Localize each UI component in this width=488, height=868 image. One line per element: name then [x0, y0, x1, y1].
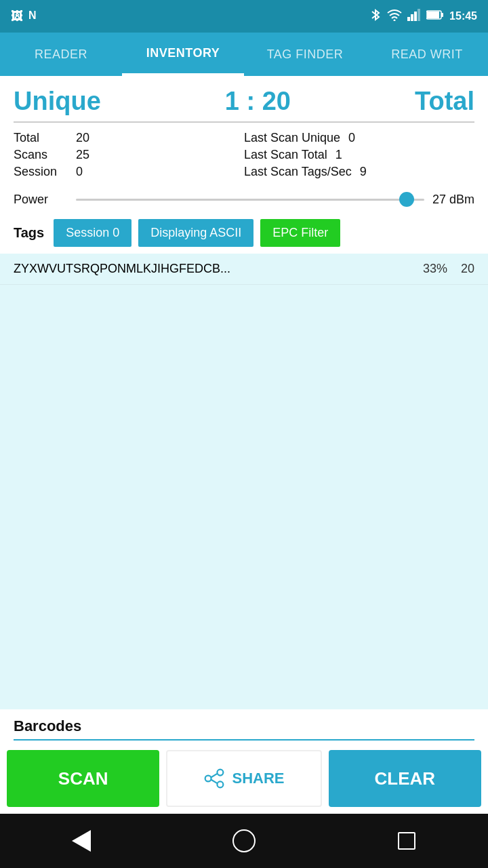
- tab-read-write[interactable]: READ WRIT: [366, 33, 488, 76]
- last-scan-tags-label: Last Scan Tags/Sec: [244, 165, 352, 179]
- back-button[interactable]: [61, 821, 102, 861]
- recents-icon: [398, 832, 415, 850]
- last-scan-unique-label: Last Scan Unique: [244, 131, 340, 145]
- svg-rect-7: [427, 12, 439, 18]
- barcodes-label: Barcodes: [14, 717, 474, 735]
- svg-line-12: [211, 774, 218, 777]
- session-stat-label: Session: [14, 165, 68, 179]
- svg-rect-4: [414, 12, 417, 21]
- svg-point-10: [205, 776, 211, 782]
- nav-bar: [0, 814, 488, 868]
- ratio-value: 1 : 20: [225, 87, 291, 116]
- svg-point-11: [218, 781, 224, 787]
- share-icon: [203, 768, 225, 789]
- tab-bar: READER INVENTORY TAG FINDER READ WRIT: [0, 33, 488, 76]
- stat-row-last-scan-unique: Last Scan Unique 0: [244, 131, 474, 145]
- time: 15:45: [449, 10, 477, 22]
- stats-header: Unique 1 : 20 Total: [0, 76, 488, 121]
- power-row: Power 27 dBm: [0, 187, 488, 212]
- barcodes-section: Barcodes: [0, 709, 488, 743]
- list-item: ZYXWVUTSRQPONMLKJIHGFEDCB... 33% 20: [0, 254, 488, 285]
- stat-row-total: Total 20: [14, 131, 244, 145]
- signal-icon: [407, 9, 421, 24]
- total-label: Total: [415, 87, 474, 116]
- power-slider-container[interactable]: [76, 193, 424, 206]
- power-value: 27 dBm: [432, 193, 474, 207]
- stat-row-scans: Scans 25: [14, 148, 244, 162]
- unique-label: Unique: [14, 87, 101, 116]
- status-bar-left: 🖼 N: [11, 8, 42, 25]
- scans-stat-label: Scans: [14, 148, 68, 162]
- status-bar: 🖼 N 15:45: [0, 0, 488, 33]
- svg-rect-8: [441, 13, 443, 17]
- home-icon: [232, 829, 256, 852]
- svg-point-1: [394, 20, 396, 22]
- status-bar-right: 15:45: [369, 7, 477, 25]
- total-stat-value: 20: [76, 131, 103, 145]
- last-scan-total-label: Last Scan Total: [244, 148, 327, 162]
- svg-text:N: N: [28, 9, 37, 21]
- n-icon: N: [28, 8, 42, 25]
- stat-row-last-scan-total: Last Scan Total 1: [244, 148, 474, 162]
- clear-button[interactable]: CLEAR: [329, 750, 481, 807]
- tab-tag-finder[interactable]: TAG FINDER: [244, 33, 366, 76]
- svg-rect-2: [407, 17, 410, 21]
- battery-icon: [426, 9, 444, 23]
- recents-button[interactable]: [386, 821, 427, 861]
- stats-table: Total 20 Last Scan Unique 0 Scans 25 Las…: [0, 123, 488, 187]
- tag-list: ZYXWVUTSRQPONMLKJIHGFEDCB... 33% 20: [0, 254, 488, 710]
- session-stat-value: 0: [76, 165, 103, 179]
- wifi-icon: [387, 9, 402, 24]
- tags-label: Tags: [14, 225, 44, 241]
- session-button[interactable]: Session 0: [54, 219, 131, 247]
- power-track: [76, 199, 424, 201]
- share-label: SHARE: [232, 770, 284, 787]
- tag-code: ZYXWVUTSRQPONMLKJIHGFEDCB...: [14, 262, 423, 276]
- last-scan-total-value: 1: [336, 148, 363, 162]
- stat-row-session: Session 0: [14, 165, 244, 179]
- power-label: Power: [14, 193, 68, 207]
- back-icon: [72, 830, 91, 852]
- image-icon: 🖼: [11, 9, 23, 24]
- home-button[interactable]: [224, 821, 264, 861]
- scan-button[interactable]: SCAN: [7, 750, 159, 807]
- tab-inventory[interactable]: INVENTORY: [122, 33, 244, 76]
- power-thumb: [399, 192, 414, 207]
- scans-stat-value: 25: [76, 148, 103, 162]
- svg-line-13: [211, 780, 218, 783]
- main-content: Unique 1 : 20 Total Total 20 Last Scan U…: [0, 76, 488, 814]
- tags-row: Tags Session 0 Displaying ASCII EPC Filt…: [0, 212, 488, 254]
- bottom-buttons: SCAN SHARE CLEAR: [0, 743, 488, 814]
- share-button[interactable]: SHARE: [166, 750, 321, 807]
- total-stat-label: Total: [14, 131, 68, 145]
- ascii-button[interactable]: Displaying ASCII: [138, 219, 253, 247]
- barcodes-divider: [14, 739, 474, 741]
- svg-rect-3: [411, 14, 413, 21]
- bluetooth-icon: [369, 7, 382, 25]
- svg-point-9: [218, 770, 224, 776]
- tab-reader[interactable]: READER: [0, 33, 122, 76]
- tag-percent: 33%: [423, 262, 447, 276]
- last-scan-unique-value: 0: [348, 131, 375, 145]
- svg-rect-5: [418, 9, 420, 21]
- tag-count: 20: [461, 262, 474, 276]
- epc-filter-button[interactable]: EPC Filter: [260, 219, 340, 247]
- last-scan-tags-value: 9: [360, 165, 387, 179]
- stat-row-last-scan-tags: Last Scan Tags/Sec 9: [244, 165, 474, 179]
